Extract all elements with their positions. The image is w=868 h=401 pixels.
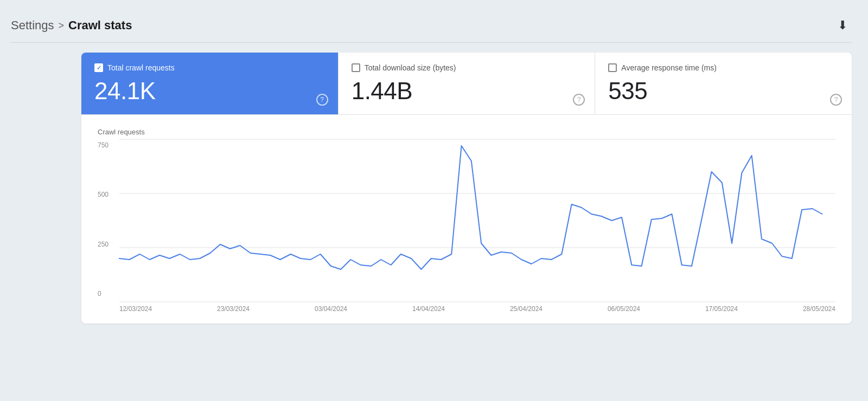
- y-label-500: 500: [98, 191, 119, 198]
- metric-value-2: 1.44B: [352, 77, 582, 105]
- y-label-750: 750: [98, 141, 119, 149]
- metric-cards-row: Total crawl requests 24.1K ? Total downl…: [81, 53, 852, 115]
- help-icon-1[interactable]: ?: [316, 94, 328, 106]
- breadcrumb-parent[interactable]: Settings: [11, 18, 54, 33]
- metric-card-header-3: Average response time (ms): [608, 63, 839, 72]
- breadcrumb-current: Crawl stats: [68, 18, 132, 33]
- main-card: Total crawl requests 24.1K ? Total downl…: [81, 53, 852, 324]
- metric-label-1: Total crawl requests: [107, 63, 175, 72]
- metric-card-response-time[interactable]: Average response time (ms) 535 ?: [595, 53, 852, 114]
- header-divider: [11, 42, 852, 43]
- help-icon-2[interactable]: ?: [573, 94, 585, 106]
- x-label-6: 17/05/2024: [705, 305, 738, 313]
- checkbox-response-time[interactable]: [608, 63, 617, 72]
- x-label-2: 03/04/2024: [315, 305, 347, 313]
- x-label-4: 25/04/2024: [510, 305, 542, 313]
- x-label-7: 28/05/2024: [803, 305, 835, 313]
- metric-card-header-1: Total crawl requests: [94, 63, 325, 72]
- y-label-0: 0: [98, 290, 119, 297]
- breadcrumb-chevron-icon: >: [59, 20, 65, 31]
- metric-card-crawl-requests[interactable]: Total crawl requests 24.1K ?: [81, 53, 339, 114]
- line-chart: [119, 139, 835, 302]
- x-label-3: 14/04/2024: [412, 305, 445, 313]
- y-label-250: 250: [98, 241, 119, 248]
- help-icon-3[interactable]: ?: [830, 94, 842, 106]
- metric-value-1: 24.1K: [94, 77, 325, 105]
- metric-label-3: Average response time (ms): [621, 63, 717, 72]
- checkbox-download-size[interactable]: [352, 63, 360, 72]
- chart-title: Crawl requests: [98, 128, 835, 136]
- metric-label-2: Total download size (bytes): [365, 63, 456, 72]
- chart-section: Crawl requests 750 500 250 0: [81, 115, 852, 324]
- metric-card-header-2: Total download size (bytes): [352, 63, 582, 72]
- checkbox-crawl-requests[interactable]: [94, 63, 103, 72]
- download-button[interactable]: ⬇: [833, 16, 852, 35]
- metric-card-download-size[interactable]: Total download size (bytes) 1.44B ?: [339, 53, 596, 114]
- x-label-0: 12/03/2024: [119, 305, 152, 313]
- breadcrumb: Settings > Crawl stats: [11, 18, 132, 33]
- breadcrumb-bar: Settings > Crawl stats ⬇: [11, 11, 852, 42]
- chart-line: [119, 146, 822, 269]
- metric-value-3: 535: [608, 77, 839, 105]
- page-wrapper: Settings > Crawl stats ⬇ Total crawl req…: [0, 0, 868, 334]
- x-label-5: 06/05/2024: [608, 305, 640, 313]
- x-label-1: 23/03/2024: [217, 305, 250, 313]
